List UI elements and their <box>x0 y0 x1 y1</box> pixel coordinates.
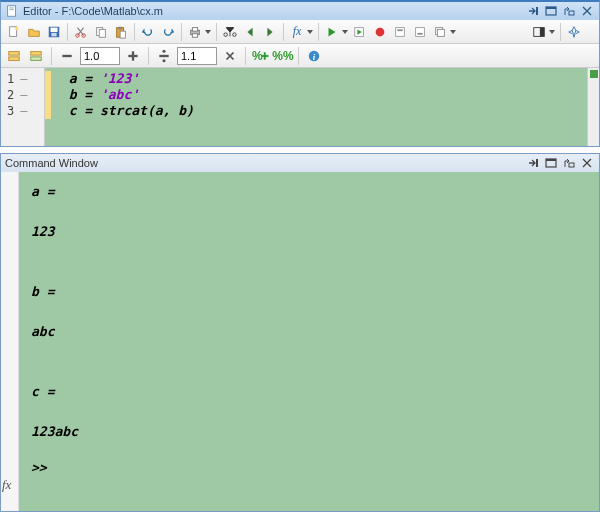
svg-point-43 <box>162 59 165 62</box>
editor-code-area[interactable]: 1— 2— 3— a = '123' b = 'abc' c = strcat(… <box>1 68 599 146</box>
stack-dropdown[interactable] <box>451 28 457 36</box>
code-line: c = strcat(a, b) <box>53 103 579 119</box>
line-num: 1 <box>7 72 14 86</box>
output-line: c = <box>31 382 587 402</box>
open-file-icon[interactable] <box>25 23 43 41</box>
editor-title: Editor - F:\Code\Matlab\cx.m <box>23 5 523 17</box>
editor-gutter: 1— 2— 3— <box>1 68 45 146</box>
restore-icon[interactable] <box>561 4 577 18</box>
svg-rect-11 <box>51 32 56 36</box>
command-output[interactable]: a = 123 b = abc c = 123abc >> <box>19 172 599 511</box>
copy-icon[interactable] <box>92 23 110 41</box>
code-body[interactable]: a = '123' b = 'abc' c = strcat(a, b) <box>45 68 587 146</box>
svg-rect-20 <box>192 27 197 31</box>
dock-right-icon[interactable] <box>530 23 548 41</box>
svg-rect-48 <box>536 159 538 167</box>
fx-dropdown[interactable] <box>308 28 314 36</box>
status-ok-icon <box>590 70 598 78</box>
output-line <box>31 202 587 222</box>
paste-icon[interactable] <box>112 23 130 41</box>
close-cmd-icon[interactable] <box>579 156 595 170</box>
decrement-icon[interactable] <box>58 47 76 65</box>
uncomment-icon[interactable]: %% <box>274 47 292 65</box>
output-line <box>31 302 587 322</box>
stack-icon[interactable] <box>431 23 449 41</box>
maximize-cmd-icon[interactable] <box>543 156 559 170</box>
svg-rect-15 <box>99 29 105 37</box>
svg-rect-0 <box>8 6 16 17</box>
cell-mode-1-icon[interactable] <box>5 47 23 65</box>
comment-icon[interactable]: % <box>252 47 270 65</box>
save-icon[interactable] <box>45 23 63 41</box>
editor-toolbar-2: 1.0 1.1 % %% i <box>1 44 599 68</box>
message-bar[interactable] <box>587 68 599 146</box>
find-icon[interactable] <box>221 23 239 41</box>
scale-input[interactable]: 1.0 <box>80 47 120 65</box>
output-line: 123 <box>31 222 587 242</box>
svg-rect-17 <box>118 26 122 29</box>
cell-next-icon[interactable] <box>411 23 429 41</box>
editor-toolbar-1: fx <box>1 20 599 44</box>
svg-point-23 <box>233 32 237 36</box>
fx-prompt-icon[interactable]: fx <box>2 477 11 493</box>
svg-rect-31 <box>437 29 444 36</box>
multiply-icon[interactable] <box>221 47 239 65</box>
svg-rect-6 <box>569 11 574 15</box>
new-file-icon[interactable] <box>5 23 23 41</box>
run-advance-icon[interactable] <box>351 23 369 41</box>
breakpoint-icon[interactable] <box>371 23 389 41</box>
restore-cmd-icon[interactable] <box>561 156 577 170</box>
svg-rect-28 <box>416 27 425 36</box>
svg-point-8 <box>15 26 19 30</box>
run-icon[interactable] <box>323 23 341 41</box>
output-line: abc <box>31 322 587 342</box>
close-editor-icon[interactable] <box>579 4 595 18</box>
print-icon[interactable] <box>186 23 204 41</box>
maximize-icon[interactable] <box>543 4 559 18</box>
undock-cmd-icon[interactable] <box>525 156 541 170</box>
svg-rect-1 <box>9 8 13 9</box>
fx-icon[interactable]: fx <box>288 23 306 41</box>
dock-dropdown[interactable] <box>550 28 556 36</box>
svg-rect-5 <box>546 7 556 9</box>
svg-rect-37 <box>31 56 42 60</box>
svg-rect-40 <box>132 51 134 60</box>
cell-mode-2-icon[interactable] <box>27 47 45 65</box>
output-line: b = <box>31 282 587 302</box>
command-titlebar: Command Window <box>1 154 599 172</box>
svg-rect-45 <box>261 55 268 57</box>
increment-icon[interactable] <box>124 47 142 65</box>
output-line <box>31 402 587 422</box>
cut-icon[interactable] <box>72 23 90 41</box>
undo-icon[interactable] <box>139 23 157 41</box>
svg-rect-10 <box>51 27 58 31</box>
svg-rect-36 <box>31 51 42 55</box>
svg-rect-2 <box>9 9 13 10</box>
info-icon[interactable]: i <box>305 47 323 65</box>
command-title: Command Window <box>5 157 523 169</box>
output-line <box>31 242 587 262</box>
svg-rect-26 <box>396 27 405 36</box>
editor-panel: Editor - F:\Code\Matlab\cx.m fx <box>0 0 600 147</box>
svg-rect-18 <box>120 31 125 38</box>
code-line: a = '123' <box>53 71 579 87</box>
redo-icon[interactable] <box>159 23 177 41</box>
line-num: 3 <box>7 104 14 118</box>
goto-prev-icon[interactable] <box>241 23 259 41</box>
run-dropdown[interactable] <box>343 28 349 36</box>
svg-rect-38 <box>62 54 71 56</box>
divide-input[interactable]: 1.1 <box>177 47 217 65</box>
print-dropdown[interactable] <box>206 28 212 36</box>
undock-icon[interactable] <box>525 4 541 18</box>
star-icon[interactable] <box>565 23 583 41</box>
divide-icon[interactable] <box>155 47 173 65</box>
svg-rect-51 <box>569 163 574 167</box>
svg-rect-21 <box>192 33 197 37</box>
cell-prev-icon[interactable] <box>391 23 409 41</box>
svg-rect-35 <box>9 56 20 60</box>
line-num: 2 <box>7 88 14 102</box>
goto-next-icon[interactable] <box>261 23 279 41</box>
command-window-panel: Command Window fx a = 123 b = abc c = 12… <box>0 153 600 512</box>
svg-point-42 <box>162 49 165 52</box>
editor-file-icon <box>5 4 19 18</box>
